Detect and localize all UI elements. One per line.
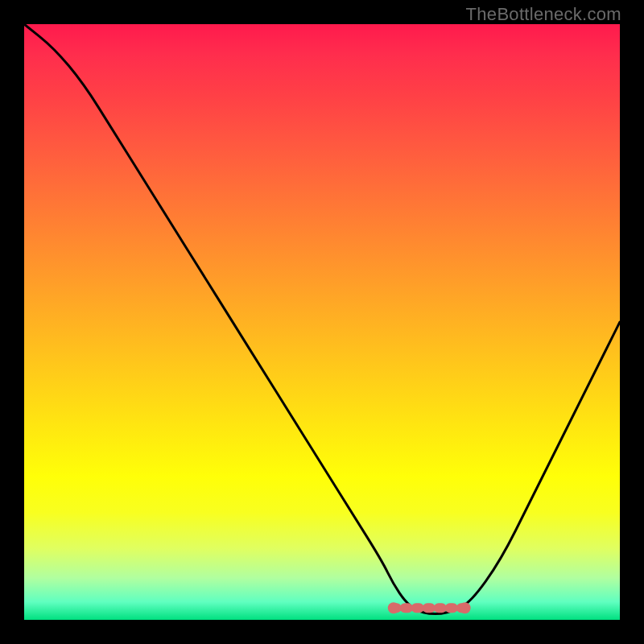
optimal-range-dot-right [460,602,471,613]
chart-container: TheBottleneck.com [0,0,644,644]
watermark-text: TheBottleneck.com [466,4,621,25]
optimal-range-dot-left [388,602,399,613]
bottleneck-curve-line [24,24,620,614]
chart-svg [24,24,620,620]
plot-area [24,24,620,620]
